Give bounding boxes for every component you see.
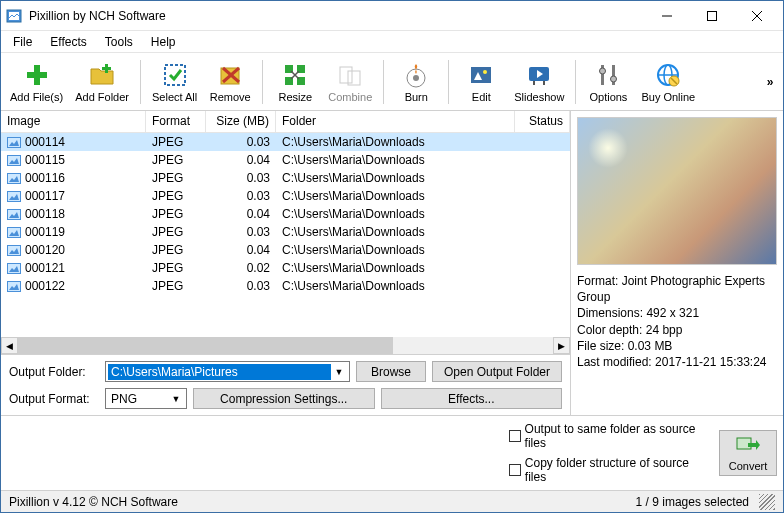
col-size[interactable]: Size (MB) [206, 111, 276, 132]
cell-folder: C:\Users\Maria\Downloads [276, 189, 515, 203]
toolbar-separator [140, 60, 141, 104]
open-output-folder-button[interactable]: Open Output Folder [432, 361, 562, 382]
cell-folder: C:\Users\Maria\Downloads [276, 153, 515, 167]
svg-rect-10 [165, 65, 185, 85]
cell-folder: C:\Users\Maria\Downloads [276, 171, 515, 185]
resize-grip[interactable] [759, 494, 775, 510]
toolbar-separator [448, 60, 449, 104]
cell-size: 0.02 [206, 261, 276, 275]
svg-point-31 [600, 68, 606, 74]
cell-folder: C:\Users\Maria\Downloads [276, 261, 515, 275]
slideshow-icon [525, 61, 553, 89]
close-button[interactable] [734, 2, 779, 30]
slideshow-button[interactable]: Slideshow [509, 55, 569, 109]
col-format[interactable]: Format [146, 111, 206, 132]
cell-folder: C:\Users\Maria\Downloads [276, 225, 515, 239]
combine-icon [336, 61, 364, 89]
scroll-left-arrow[interactable]: ◀ [1, 337, 18, 354]
menu-effects[interactable]: Effects [42, 33, 94, 51]
effects-button[interactable]: Effects... [381, 388, 563, 409]
cell-format: JPEG [146, 243, 206, 257]
cell-format: JPEG [146, 153, 206, 167]
burn-button[interactable]: Burn [390, 55, 442, 109]
horizontal-scrollbar[interactable]: ◀ ▶ [1, 337, 570, 354]
toolbar-label: Select All [152, 91, 197, 103]
statusbar: Pixillion v 4.12 © NCH Software 1 / 9 im… [1, 490, 783, 512]
image-file-icon [7, 209, 21, 220]
convert-button[interactable]: Convert [719, 430, 777, 476]
edit-icon [467, 61, 495, 89]
toolbar-label: Add File(s) [10, 91, 63, 103]
table-row[interactable]: 000115JPEG0.04C:\Users\Maria\Downloads [1, 151, 570, 169]
status-right: 1 / 9 images selected [636, 495, 749, 509]
preview-image [577, 117, 777, 265]
copy-structure-checkbox[interactable]: Copy folder structure of source files [509, 456, 711, 484]
cell-size: 0.03 [206, 171, 276, 185]
same-folder-checkbox[interactable]: Output to same folder as source files [509, 422, 711, 450]
output-folder-value: C:\Users\Maria\Pictures [108, 364, 331, 380]
checkbox-icon [509, 430, 521, 442]
table-row[interactable]: 000118JPEG0.04C:\Users\Maria\Downloads [1, 205, 570, 223]
cell-image: 000116 [1, 171, 146, 185]
table-row[interactable]: 000116JPEG0.03C:\Users\Maria\Downloads [1, 169, 570, 187]
table-row[interactable]: 000117JPEG0.03C:\Users\Maria\Downloads [1, 187, 570, 205]
toolbar-overflow[interactable]: » [761, 56, 779, 108]
toolbar-label: Resize [278, 91, 312, 103]
svg-point-24 [483, 70, 487, 74]
menu-tools[interactable]: Tools [97, 33, 141, 51]
scroll-right-arrow[interactable]: ▶ [553, 337, 570, 354]
browse-button[interactable]: Browse [356, 361, 426, 382]
table-row[interactable]: 000114JPEG0.03C:\Users\Maria\Downloads [1, 133, 570, 151]
toolbar-label: Remove [210, 91, 251, 103]
svg-rect-22 [471, 67, 491, 83]
resize-button[interactable]: Resize [269, 55, 321, 109]
col-image[interactable]: Image [1, 111, 146, 132]
menu-file[interactable]: File [5, 33, 40, 51]
list-body[interactable]: 000114JPEG0.03C:\Users\Maria\Downloads00… [1, 133, 570, 337]
output-checks: Output to same folder as source files Co… [509, 422, 711, 484]
scroll-track[interactable] [18, 337, 553, 354]
minimize-button[interactable] [644, 2, 689, 30]
remove-button[interactable]: Remove [204, 55, 256, 109]
add-folder-button[interactable]: Add Folder [70, 55, 134, 109]
window-title: Pixillion by NCH Software [29, 9, 644, 23]
svg-point-21 [413, 75, 419, 81]
table-row[interactable]: 000122JPEG0.03C:\Users\Maria\Downloads [1, 277, 570, 295]
menubar: FileEffectsToolsHelp [1, 31, 783, 53]
cell-image: 000118 [1, 207, 146, 221]
toolbar-label: Edit [472, 91, 491, 103]
chevron-down-icon[interactable]: ▼ [331, 367, 347, 377]
maximize-button[interactable] [689, 2, 734, 30]
edit-button[interactable]: Edit [455, 55, 507, 109]
chevron-down-icon[interactable]: ▼ [168, 394, 184, 404]
col-status[interactable]: Status [515, 111, 570, 132]
output-format-value: PNG [108, 391, 168, 407]
burn-icon [402, 61, 430, 89]
file-list-pane: Image Format Size (MB) Folder Status 000… [1, 111, 571, 415]
svg-rect-3 [707, 11, 716, 20]
cell-folder: C:\Users\Maria\Downloads [276, 135, 515, 149]
svg-rect-7 [27, 72, 47, 78]
table-row[interactable]: 000121JPEG0.02C:\Users\Maria\Downloads [1, 259, 570, 277]
table-row[interactable]: 000120JPEG0.04C:\Users\Maria\Downloads [1, 241, 570, 259]
toolbar-label: Burn [405, 91, 428, 103]
image-file-icon [7, 281, 21, 292]
image-file-icon [7, 227, 21, 238]
compression-settings-button[interactable]: Compression Settings... [193, 388, 375, 409]
options-button[interactable]: Options [582, 55, 634, 109]
col-folder[interactable]: Folder [276, 111, 515, 132]
add-files-button[interactable]: Add File(s) [5, 55, 68, 109]
svg-rect-9 [102, 67, 111, 70]
output-folder-combo[interactable]: C:\Users\Maria\Pictures ▼ [105, 361, 350, 382]
buy-online-button[interactable]: Buy Online [636, 55, 700, 109]
cell-image: 000115 [1, 153, 146, 167]
scroll-thumb[interactable] [18, 337, 393, 354]
table-row[interactable]: 000119JPEG0.03C:\Users\Maria\Downloads [1, 223, 570, 241]
cell-format: JPEG [146, 189, 206, 203]
image-file-icon [7, 173, 21, 184]
select-all-button[interactable]: Select All [147, 55, 202, 109]
menu-help[interactable]: Help [143, 33, 184, 51]
output-format-combo[interactable]: PNG ▼ [105, 388, 187, 409]
cell-folder: C:\Users\Maria\Downloads [276, 279, 515, 293]
cell-size: 0.04 [206, 153, 276, 167]
